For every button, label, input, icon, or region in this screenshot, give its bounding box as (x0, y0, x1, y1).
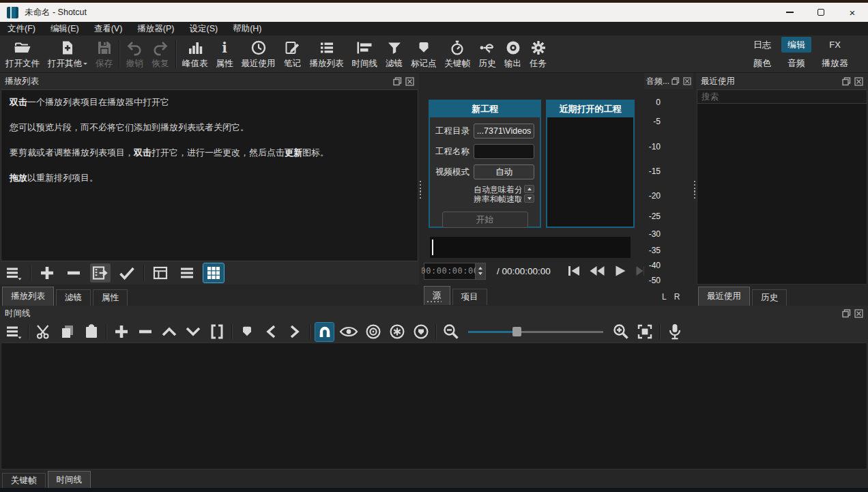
zoom-out-button[interactable] (442, 323, 460, 341)
timeline-menu-button[interactable] (4, 323, 23, 341)
float-panel-icon[interactable] (393, 77, 402, 86)
append-button[interactable] (112, 323, 130, 341)
zoom-in-button[interactable] (611, 323, 630, 341)
ripple-delete-button[interactable] (136, 323, 154, 341)
maximize-button[interactable] (805, 3, 837, 22)
ripple-markers-button[interactable] (411, 323, 430, 341)
notes-button[interactable]: 笔记 (280, 36, 306, 72)
fast-forward-button[interactable] (632, 263, 644, 279)
slider-handle[interactable] (512, 327, 521, 336)
redo-icon (151, 39, 169, 57)
history-button[interactable]: 历史 (474, 36, 500, 72)
ripple-trim-drop-button[interactable] (364, 323, 382, 341)
menu-file[interactable]: 文件(F) (0, 22, 43, 35)
layout-editing-button[interactable]: 编辑 (781, 37, 811, 53)
recent-button[interactable]: 最近使用 (237, 36, 280, 72)
open-file-button[interactable]: 打开文件 (1, 36, 44, 72)
float-panel-icon[interactable] (842, 309, 851, 318)
snap-button[interactable] (315, 323, 334, 341)
playlist-menu-button[interactable] (3, 263, 24, 283)
play-button[interactable] (609, 263, 632, 279)
menu-help[interactable]: 帮助(H) (225, 22, 269, 35)
layout-color-button[interactable]: 颜色 (747, 55, 777, 71)
video-mode-button[interactable]: 自动 (474, 164, 534, 179)
close-panel-icon[interactable] (854, 77, 863, 86)
float-panel-icon[interactable] (671, 77, 680, 85)
record-audio-button[interactable] (665, 323, 684, 341)
playlist-button[interactable]: 播放列表 (306, 36, 348, 72)
layout-player-button[interactable]: 播放器 (815, 55, 854, 71)
tab-history[interactable]: 历史 (752, 289, 787, 306)
vertical-splitter[interactable] (693, 73, 696, 306)
rewind-button[interactable] (585, 263, 609, 279)
keyframes-button[interactable]: 关键帧 (441, 36, 475, 72)
lift-button[interactable] (160, 323, 178, 341)
tab-filters[interactable]: 滤镜 (56, 289, 91, 306)
markers-button[interactable]: 标记点 (407, 36, 441, 72)
timecode-field[interactable]: 00:00:00:00 (424, 263, 476, 280)
scrub-while-dragging-button[interactable] (339, 323, 358, 341)
export-button[interactable]: 输出 (500, 36, 525, 72)
redo-button[interactable]: 恢复 (147, 36, 173, 72)
properties-button[interactable]: i 属性 (212, 36, 237, 72)
filters-button[interactable]: 滤镜 (381, 36, 407, 72)
playlist-tile-view-button[interactable] (177, 263, 197, 283)
split-button[interactable] (207, 323, 226, 341)
playlist-remove-button[interactable] (63, 263, 84, 283)
menu-view[interactable]: 查看(V) (87, 22, 130, 35)
playhead[interactable] (432, 240, 433, 255)
create-marker-button[interactable] (237, 323, 256, 341)
minimize-button[interactable] (774, 3, 805, 22)
timeline-tracks-area[interactable] (1, 343, 867, 469)
ripple-all-tracks-button[interactable] (388, 323, 406, 341)
close-button[interactable]: × (837, 3, 868, 22)
tab-properties[interactable]: 属性 (93, 289, 128, 306)
tab-playlist[interactable]: 播放列表 (2, 287, 54, 306)
float-panel-icon[interactable] (842, 77, 851, 86)
zoom-fit-button[interactable] (635, 323, 654, 341)
playlist-icon-view-button[interactable] (203, 263, 224, 283)
close-panel-icon[interactable] (683, 77, 691, 85)
jobs-button[interactable]: 任务 (525, 36, 551, 72)
start-button[interactable]: 开始 (442, 212, 528, 228)
horizontal-splitter-grip[interactable] (427, 301, 442, 302)
layout-audio-button[interactable]: 音频 (781, 55, 811, 71)
note-scroll-up-button[interactable] (524, 185, 534, 193)
project-folder-button[interactable]: ...7371\Videos (474, 124, 534, 139)
tab-keyframes[interactable]: 关键帧 (2, 473, 46, 488)
playlist-detail-view-button[interactable] (150, 263, 171, 283)
next-marker-button[interactable] (285, 323, 304, 341)
menu-settings[interactable]: 设定(S) (182, 22, 225, 35)
tab-recent[interactable]: 最近使用 (698, 287, 750, 306)
recent-files-list[interactable] (697, 104, 867, 285)
previous-marker-button[interactable] (261, 323, 280, 341)
menu-edit[interactable]: 编辑(E) (43, 22, 87, 35)
note-scroll-down-button[interactable] (524, 194, 534, 203)
playlist-update-button[interactable] (117, 263, 137, 283)
playlist-open-as-clip-button[interactable] (90, 263, 111, 283)
timeline-zoom-slider[interactable] (468, 323, 603, 341)
tab-project[interactable]: 项目 (452, 289, 487, 305)
skip-to-start-button[interactable] (562, 263, 585, 279)
menu-player[interactable]: 播放器(P) (130, 22, 182, 35)
layout-fx-button[interactable]: FX (815, 37, 854, 53)
overwrite-button[interactable] (184, 323, 202, 341)
project-name-field[interactable] (474, 144, 534, 159)
copy-button[interactable] (58, 323, 76, 341)
save-button[interactable]: 保存 (91, 36, 117, 72)
undo-button[interactable]: 撤销 (121, 36, 147, 72)
tab-timeline[interactable]: 时间线 (48, 471, 91, 488)
peak-meter-button[interactable]: 峰值表 (178, 36, 212, 72)
open-other-button[interactable]: 打开其他 (44, 36, 91, 72)
player-seek-bar[interactable] (430, 237, 631, 258)
cut-button[interactable] (34, 323, 53, 341)
search-input[interactable] (697, 89, 867, 104)
timeline-button[interactable]: 时间线 (348, 36, 382, 72)
timecode-spinner[interactable] (476, 263, 486, 280)
recent-projects-list[interactable] (547, 117, 633, 227)
close-panel-icon[interactable] (854, 309, 863, 318)
playlist-add-button[interactable] (37, 263, 57, 283)
close-panel-icon[interactable] (405, 77, 414, 86)
layout-logging-button[interactable]: 日志 (747, 37, 777, 53)
paste-button[interactable] (82, 323, 100, 341)
